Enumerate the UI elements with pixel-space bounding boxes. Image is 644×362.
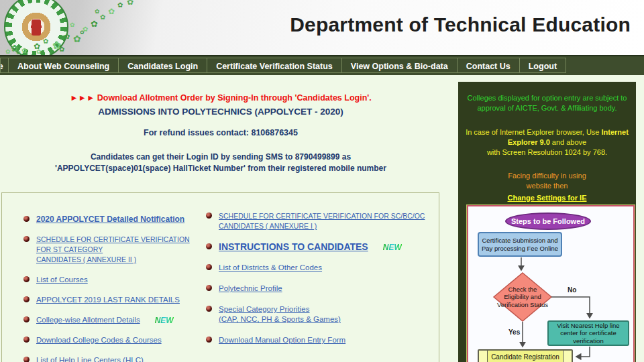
bullet-icon [23, 337, 30, 343]
alert-download-allotment: ►►► Download Allotment Order by Signing-… [0, 93, 441, 103]
links-left-column: 2020 APPOLYCET Detailed NotificationSCHE… [2, 193, 205, 362]
action-candidate-registration: Candidate Registration [478, 349, 573, 362]
sms-info-line2: 'APPOLYCET(space)01(space) HallTicket Nu… [0, 163, 441, 174]
list-item: List of Districts & Other Codes [206, 263, 439, 273]
label-yes: Yes [508, 328, 520, 337]
candidate-registration-text: Candidate Registration [491, 353, 559, 361]
link-college-wise-allotment-details[interactable]: College-wise Allotment Details [36, 315, 140, 325]
list-item: Polytechnic Profile [206, 284, 439, 294]
link-2020-appolycet-detailed-notifica[interactable]: 2020 APPOLYCET Detailed Notification [36, 215, 184, 225]
nav-item-label: Home [0, 60, 3, 73]
links-panel: 2020 APPOLYCET Detailed NotificationSCHE… [1, 192, 439, 362]
link-schedule-for-certificate-verific[interactable]: SCHEDULE FOR CERTIFICATE VERIFICATION FO… [36, 235, 205, 265]
list-item: Download College Codes & Courses [23, 335, 205, 345]
link-polytechnic-profile[interactable]: Polytechnic Profile [219, 284, 282, 294]
nav-item-label: About Web Counseling [17, 62, 109, 71]
flower-icon [100, 13, 105, 21]
flower-icon [117, 1, 123, 9]
link-special-category-priorities-cap-[interactable]: Special Category Priorities (CAP, NCC, P… [219, 304, 341, 324]
link-schedule-for-certificate-verific[interactable]: SCHEDULE FOR CERTIFICATE VERIFICATION FO… [219, 211, 425, 231]
change-settings-link[interactable]: Change Settings for IE [508, 194, 587, 202]
link-list-of-districts-other-codes[interactable]: List of Districts & Other Codes [219, 263, 322, 273]
bullet-icon [206, 306, 212, 312]
ie-note-text: In case of Internet Explorer browser, Us… [466, 128, 601, 136]
nav-item-contact-us[interactable]: Contact Us [457, 58, 520, 73]
nav-item-label: Contact Us [466, 62, 511, 71]
nav-item-label: Logout [529, 62, 557, 71]
flower-icon [5, 48, 11, 55]
flower-icon [80, 29, 85, 36]
flowchart-title: Steps to be Followed [505, 213, 591, 230]
process-bar-right [563, 351, 572, 362]
ie-browser-note: In case of Internet Explorer browser, Us… [464, 127, 631, 158]
action-visit-helpline-center: Visit Nearest Help line center for certi… [547, 320, 629, 346]
list-item: 2020 APPOLYCET Detailed Notification [23, 215, 205, 225]
list-item: SCHEDULE FOR CERTIFICATE VERIFICATION FO… [23, 235, 205, 265]
main-content: ►►► Download Allotment Order by Signing-… [0, 75, 644, 362]
difficulty-note: Facing difficulty in using website then [464, 171, 631, 191]
nav-item-label: View Options & Bio-data [351, 62, 448, 71]
nav-item-label: Candidates Login [127, 62, 198, 71]
flower-icon [108, 7, 115, 16]
sidebar-info-box: Colleges displayed for option entry are … [458, 82, 636, 203]
main-nav: HomeAbout Web CounselingCandidates Login… [0, 55, 644, 75]
list-item: APPOLYCET 2019 LAST RANK DETAILS [23, 295, 205, 305]
new-badge: NEW [383, 243, 402, 252]
step-certificate-submission: Certificate Submission and Pay processin… [478, 232, 562, 257]
new-badge: NEW [155, 316, 174, 325]
bullet-icon [206, 213, 212, 219]
bullet-icon [23, 357, 30, 362]
decision-eligibility-check: Check the Eligibility and Verification S… [496, 276, 549, 318]
bullet-icon [23, 276, 30, 282]
link-appolycet-2019-last-rank-details[interactable]: APPOLYCET 2019 LAST RANK DETAILS [36, 295, 180, 305]
refund-contact: For refund issues contact: 8106876345 [0, 128, 441, 137]
flower-icon [91, 19, 98, 29]
bullet-icon [206, 243, 212, 249]
ie-note-text2: and above [550, 138, 586, 146]
link-download-manual-option-entry-for[interactable]: Download Manual Option Entry Form [219, 335, 345, 345]
link-list-of-courses[interactable]: List of Courses [36, 275, 88, 285]
list-item: SCHEDULE FOR CERTIFICATE VERIFICATION FO… [206, 211, 439, 231]
bullet-icon [23, 316, 30, 322]
flower-icon [43, 38, 48, 45]
link-download-college-codes-courses[interactable]: Download College Codes & Courses [36, 335, 162, 345]
nav-item-about-web-counseling[interactable]: About Web Counseling [8, 58, 119, 73]
list-item: Special Category Priorities (CAP, NCC, P… [206, 304, 439, 324]
list-item: College-wise Allotment DetailsNEW [23, 315, 205, 325]
bullet-icon [23, 236, 30, 242]
flower-icon [70, 21, 75, 28]
nav-item-logout[interactable]: Logout [519, 58, 566, 73]
flowchart-panel: Steps to be Followed Certificate Submiss… [467, 205, 635, 362]
list-item: List of Help Line Centers (HLC) [23, 355, 205, 362]
bullet-icon [206, 264, 212, 270]
flower-icon [64, 32, 70, 41]
links-right-column: SCHEDULE FOR CERTIFICATE VERIFICATION FO… [205, 193, 439, 362]
sidebar: Colleges displayed for option entry are … [458, 82, 636, 362]
flower-icon [16, 50, 21, 55]
list-item: Download Manual Option Entry Form [206, 335, 439, 345]
page-title: Department of Technical Education [290, 13, 631, 36]
link-instructions-to-candidates[interactable]: INSTRUCTIONS TO CANDIDATES [219, 242, 368, 252]
screen-resolution-note: with Screen Resolution 1024 by 768. [487, 148, 607, 156]
flower-icon [21, 47, 27, 54]
label-no: No [568, 286, 576, 294]
admissions-heading: ADMISSIONS INTO POLYTECHNICS (APPOLYCET … [0, 107, 441, 117]
bullet-icon [23, 216, 30, 222]
nav-item-certificate-verification-status[interactable]: Certificate Verification Status [207, 58, 342, 73]
header: Department of Technical Education [0, 0, 644, 55]
nav-item-view-options-bio-data[interactable]: View Options & Bio-data [341, 58, 458, 73]
notice-section: ►►► Download Allotment Order by Signing-… [0, 75, 441, 174]
list-item: INSTRUCTIONS TO CANDIDATESNEW [206, 242, 439, 252]
bullet-icon [206, 337, 212, 343]
process-bar-left [479, 351, 488, 362]
nav-item-label: Certificate Verification Status [216, 62, 333, 71]
bullet-icon [206, 285, 212, 291]
flower-icon [95, 8, 100, 15]
sms-info-line1: Candidates can get their Login ID by sen… [0, 152, 441, 163]
bullet-icon [23, 296, 30, 302]
list-item: List of Courses [23, 275, 205, 285]
approval-note: Colleges displayed for option entry are … [464, 93, 631, 113]
flower-icon [59, 46, 64, 53]
link-list-of-help-line-centers-hlc[interactable]: List of Help Line Centers (HLC) [36, 355, 144, 362]
nav-item-candidates-login[interactable]: Candidates Login [118, 58, 207, 73]
